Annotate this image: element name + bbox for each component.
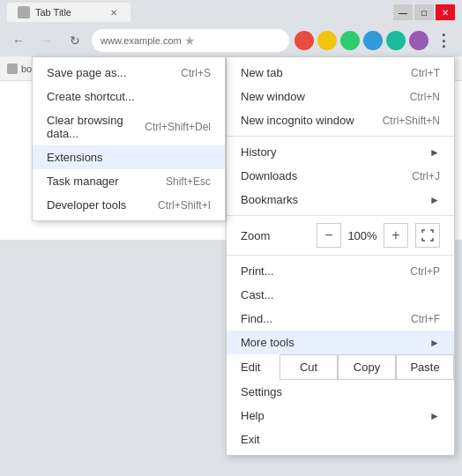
- back-button[interactable]: ←: [7, 29, 30, 52]
- submenu-create-shortcut[interactable]: Create shortcut...: [33, 85, 225, 108]
- menu-find[interactable]: Find... Ctrl+F: [227, 307, 454, 331]
- profile-icon-blue: [363, 31, 383, 50]
- bookmark-favicon-1: [7, 63, 18, 74]
- submenu-clear-browsing-label: Clear browsing data...: [47, 114, 145, 140]
- divider-2: [227, 215, 454, 216]
- submenu-task-manager-label: Task manager: [47, 175, 166, 188]
- menu-history[interactable]: History ►: [227, 140, 454, 164]
- menu-new-incognito-shortcut: Ctrl+Shift+N: [383, 115, 440, 127]
- profile-icon-yellow: [317, 31, 337, 50]
- maximize-button[interactable]: □: [414, 4, 434, 20]
- forward-button[interactable]: →: [35, 29, 58, 52]
- menu-print[interactable]: Print... Ctrl+P: [227, 259, 454, 283]
- menu-exit-label: Exit: [241, 433, 440, 446]
- profile-icon-red: [294, 31, 314, 50]
- menu-button[interactable]: ⋮: [432, 29, 455, 52]
- menu-print-shortcut: Ctrl+P: [410, 265, 440, 278]
- submenu-task-manager-shortcut: Shift+Esc: [166, 175, 211, 188]
- copy-button[interactable]: Copy: [338, 354, 396, 380]
- menu-find-label: Find...: [241, 312, 393, 325]
- menu-zoom-label: Zoom: [241, 229, 317, 242]
- menu-history-label: History: [241, 145, 429, 159]
- divider-3: [227, 255, 454, 256]
- menu-more-tools-arrow: ►: [429, 337, 440, 349]
- more-tools-submenu: Save page as... Ctrl+S Create shortcut..…: [32, 56, 226, 221]
- menu-exit[interactable]: Exit: [227, 428, 454, 451]
- menu-settings-label: Settings: [241, 385, 440, 398]
- bookmark-star-icon[interactable]: ★: [182, 32, 199, 49]
- zoom-decrease-button[interactable]: −: [317, 223, 341, 248]
- menu-print-label: Print...: [241, 264, 392, 278]
- submenu-save-page[interactable]: Save page as... Ctrl+S: [33, 61, 225, 85]
- divider-1: [227, 136, 454, 137]
- main-menu: New tab Ctrl+T New window Ctrl+N New inc…: [226, 56, 455, 456]
- address-text: www.example.com: [101, 35, 182, 46]
- submenu-clear-browsing[interactable]: Clear browsing data... Ctrl+Shift+Del: [33, 108, 225, 145]
- menu-bookmarks-label: Bookmarks: [241, 193, 429, 206]
- submenu-create-shortcut-label: Create shortcut...: [47, 90, 211, 103]
- menu-downloads-shortcut: Ctrl+J: [412, 170, 440, 182]
- menu-cast[interactable]: Cast...: [227, 283, 454, 307]
- profile-icon-teal: [386, 31, 406, 50]
- menu-new-window[interactable]: New window Ctrl+N: [227, 85, 454, 108]
- menu-more-tools[interactable]: More tools ►: [227, 331, 454, 354]
- menu-new-window-shortcut: Ctrl+N: [410, 91, 440, 103]
- menu-help[interactable]: Help ►: [227, 404, 454, 428]
- menu-find-shortcut: Ctrl+F: [411, 313, 440, 325]
- menu-downloads[interactable]: Downloads Ctrl+J: [227, 164, 454, 188]
- menu-help-label: Help: [241, 409, 429, 422]
- submenu-task-manager[interactable]: Task manager Shift+Esc: [33, 169, 225, 193]
- minimize-button[interactable]: —: [393, 4, 413, 20]
- profile-icon-green: [340, 31, 360, 50]
- menu-settings[interactable]: Settings: [227, 380, 454, 404]
- submenu-save-page-shortcut: Ctrl+S: [181, 67, 211, 79]
- menu-edit-label: Edit: [227, 355, 279, 379]
- submenu-developer-tools-shortcut: Ctrl+Shift+I: [158, 199, 211, 212]
- zoom-fullscreen-button[interactable]: [415, 223, 440, 248]
- menu-zoom-row: Zoom − 100% +: [227, 219, 454, 251]
- submenu-clear-browsing-shortcut: Ctrl+Shift+Del: [145, 121, 211, 133]
- tab-favicon: [18, 6, 30, 19]
- menu-new-window-label: New window: [241, 90, 392, 103]
- window-controls: — □ ✕: [393, 4, 455, 20]
- submenu-developer-tools[interactable]: Developer tools Ctrl+Shift+I: [33, 193, 225, 217]
- menu-history-arrow: ►: [429, 146, 440, 159]
- tab-close-button[interactable]: ✕: [108, 6, 120, 19]
- browser-tab[interactable]: Tab Title ✕: [7, 3, 130, 22]
- menu-more-tools-label: More tools: [241, 336, 429, 349]
- menu-cast-label: Cast...: [241, 288, 440, 301]
- browser-window: Tab Title ✕ — □ ✕ ← → ↻ www.example.com …: [0, 0, 462, 476]
- address-bar[interactable]: www.example.com ★: [92, 29, 289, 52]
- nav-right-icons: ⋮: [294, 29, 455, 52]
- menu-new-tab[interactable]: New tab Ctrl+T: [227, 61, 454, 85]
- menu-help-arrow: ►: [429, 410, 440, 422]
- submenu-extensions-label: Extensions: [47, 151, 211, 164]
- menu-new-incognito[interactable]: New incognito window Ctrl+Shift+N: [227, 108, 454, 132]
- submenu-developer-tools-label: Developer tools: [47, 198, 158, 212]
- menu-downloads-label: Downloads: [241, 169, 394, 182]
- title-bar: Tab Title ✕ — □ ✕: [0, 0, 462, 25]
- cut-button[interactable]: Cut: [279, 354, 338, 380]
- close-button[interactable]: ✕: [436, 4, 455, 20]
- menu-new-incognito-label: New incognito window: [241, 114, 365, 127]
- profile-icon-purple: [409, 31, 428, 50]
- tab-title: Tab Title: [35, 7, 71, 18]
- paste-button[interactable]: Paste: [396, 354, 454, 380]
- menu-bookmarks[interactable]: Bookmarks ►: [227, 188, 454, 212]
- reload-button[interactable]: ↻: [63, 29, 86, 52]
- fullscreen-icon: [421, 229, 434, 242]
- zoom-value: 100%: [341, 229, 384, 242]
- menu-edit-row: Edit Cut Copy Paste: [227, 354, 454, 380]
- submenu-save-page-label: Save page as...: [47, 66, 181, 79]
- menu-bookmarks-arrow: ►: [429, 194, 440, 206]
- zoom-increase-button[interactable]: +: [384, 223, 408, 248]
- menu-new-tab-shortcut: Ctrl+T: [411, 67, 440, 79]
- nav-bar: ← → ↻ www.example.com ★ ⋮: [0, 25, 462, 56]
- submenu-extensions[interactable]: Extensions: [33, 145, 225, 169]
- menu-new-tab-label: New tab: [241, 66, 393, 79]
